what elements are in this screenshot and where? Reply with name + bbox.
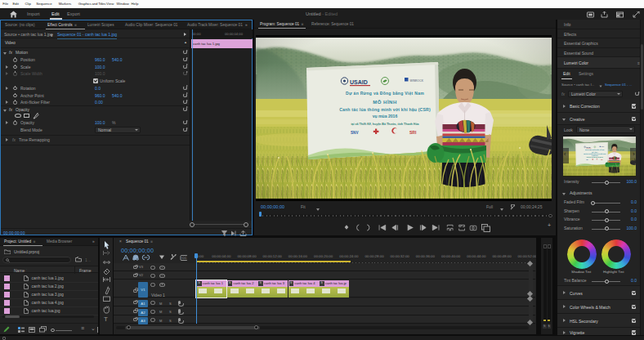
svg-text:T: T bbox=[104, 315, 108, 323]
